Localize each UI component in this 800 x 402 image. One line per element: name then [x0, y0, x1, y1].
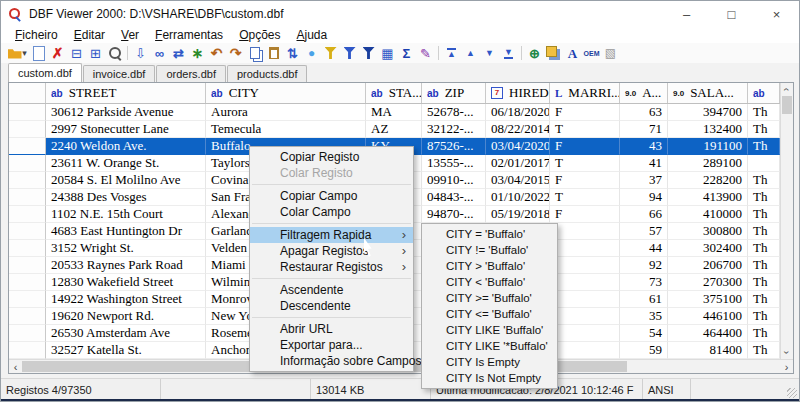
grid-cell[interactable]: T [550, 121, 620, 138]
grid-cell[interactable]: Th [748, 206, 780, 223]
tab-products-dbf[interactable]: products.dbf [227, 65, 308, 82]
grid-cell[interactable]: 81400 [668, 342, 748, 359]
grid-cell[interactable]: Th [748, 342, 780, 359]
row-selector[interactable] [9, 172, 46, 189]
row-selector[interactable] [9, 206, 46, 223]
structure-icon[interactable]: ⊞ [86, 44, 105, 62]
grid-cell[interactable]: Th [748, 325, 780, 342]
row-selector[interactable] [9, 342, 46, 359]
menubar-item-ficheiro[interactable]: Ficheiro [7, 28, 66, 42]
row-selector[interactable] [9, 121, 46, 138]
row-selector[interactable] [9, 189, 46, 206]
grid-cell[interactable]: 300800 [668, 223, 748, 240]
layers-icon[interactable] [544, 44, 563, 62]
grid-cell[interactable]: Th [748, 121, 780, 138]
resize-grip-icon[interactable] [787, 388, 797, 398]
context-menu-item-field-info[interactable]: Informação sobre Campos [250, 353, 413, 369]
column-header-salary[interactable]: 9.0SALA... [668, 83, 748, 103]
column-header-street[interactable]: abSTREET [46, 83, 206, 103]
grid-cell[interactable]: 4683 East Huntington Dr [46, 223, 206, 240]
grid-cell[interactable]: Th [748, 104, 780, 121]
row-selector[interactable] [9, 240, 46, 257]
nav-next-icon[interactable]: ▼ [480, 44, 499, 62]
grid-cell[interactable]: 43 [620, 138, 668, 155]
grid-cell[interactable]: 32122-... [422, 121, 486, 138]
tab-invoice-dbf[interactable]: invoice.dbf [83, 65, 156, 82]
grid-cell[interactable]: 2240 Weldon Ave. [46, 138, 206, 155]
column-header-th[interactable]: ab [748, 83, 780, 103]
grid-cell[interactable]: Th [748, 138, 780, 155]
table-row[interactable]: 2997 Stonecutter LaneTemeculaAZ32122-...… [9, 121, 780, 138]
grid-cell[interactable]: Th [748, 291, 780, 308]
grid-cell[interactable]: 2997 Stonecutter Lane [46, 121, 206, 138]
grid-cell[interactable] [550, 240, 620, 257]
redo-icon[interactable]: ↷ [226, 44, 245, 62]
expression-icon[interactable]: ∗ [188, 44, 207, 62]
context-menu-item-copy-record[interactable]: Copiar Registo [250, 149, 413, 165]
grid-cell[interactable]: 3152 Wright St. [46, 240, 206, 257]
grid-cell[interactable]: 44 [620, 240, 668, 257]
grid-cell[interactable]: 02/01/2017 [486, 155, 550, 172]
grid-cell[interactable]: 270300 [668, 274, 748, 291]
grid-cell[interactable]: 87526-... [422, 138, 486, 155]
context-menu-item-restore-records[interactable]: Restaurar Registos› [250, 259, 413, 275]
grid-cell[interactable]: 03/04/2015 [486, 172, 550, 189]
tab-custom-dbf[interactable]: custom.dbf [8, 63, 82, 82]
grid-cell[interactable]: 59 [620, 342, 668, 359]
row-selector[interactable] [9, 138, 46, 155]
grid-cell[interactable] [550, 257, 620, 274]
grid-cell[interactable]: 20584 S. El Molilno Ave [46, 172, 206, 189]
row-selector[interactable] [9, 155, 46, 172]
grid-cell[interactable]: 20533 Raynes Park Road [46, 257, 206, 274]
nav-first-icon[interactable]: ▲ [442, 44, 461, 62]
column-header-hired[interactable]: 7HIRED... [486, 83, 550, 103]
grid-cell[interactable]: MA [366, 104, 422, 121]
context-menu-item-quick-filter[interactable]: Filtragem Rapida› [250, 227, 413, 243]
grid-cell[interactable] [550, 291, 620, 308]
filter-clear-icon[interactable] [321, 44, 340, 62]
row-selector[interactable] [9, 325, 46, 342]
grid-cell[interactable]: 61 [620, 291, 668, 308]
grid-cell[interactable]: Th [748, 189, 780, 206]
grid-cell[interactable]: 375100 [668, 291, 748, 308]
grid-cell[interactable]: 132400 [668, 121, 748, 138]
grid-cell[interactable]: 191100 [668, 138, 748, 155]
grid-cell[interactable] [550, 325, 620, 342]
grid-cell[interactable]: 03/04/2020 [486, 138, 550, 155]
grid-cell[interactable]: 12830 Wakefield Street [46, 274, 206, 291]
font-icon[interactable]: A [563, 44, 582, 62]
nav-prev-icon[interactable]: ▲ [461, 44, 480, 62]
grid-cell[interactable]: Th [748, 257, 780, 274]
column-header-state[interactable]: abSTA... [366, 83, 422, 103]
grid-view-icon[interactable]: ▦ [378, 44, 397, 62]
grid-cell[interactable]: 01/10/2022 [486, 189, 550, 206]
table-row[interactable]: 30612 Parkside AvenueAuroraMA52678-...06… [9, 104, 780, 121]
grid-cell[interactable]: 13555-... [422, 155, 486, 172]
grid-cell[interactable]: 24388 Des Vosges [46, 189, 206, 206]
grid-cell[interactable] [550, 342, 620, 359]
new-file-icon[interactable] [29, 44, 48, 62]
grid-cell[interactable]: 37 [620, 172, 668, 189]
edit-record-icon[interactable]: ⊟ [67, 44, 86, 62]
grid-cell[interactable]: 08/22/2014 [486, 121, 550, 138]
context-menu-item-export-to[interactable]: Exportar para... [250, 337, 413, 353]
encoding-icon[interactable]: ⊕ [525, 44, 544, 62]
grid-cell[interactable] [550, 308, 620, 325]
grid-cell[interactable]: 35 [620, 308, 668, 325]
submenu-item-like-wild[interactable]: CITY LIKE '*Buffalo' [422, 338, 557, 354]
grid-cell[interactable]: 394700 [668, 104, 748, 121]
grid-cell[interactable]: T [550, 155, 620, 172]
row-selector[interactable] [9, 104, 46, 121]
grid-cell[interactable]: 92 [620, 257, 668, 274]
grid-cell[interactable] [748, 155, 780, 172]
maximize-button[interactable]: □ [709, 1, 754, 27]
nav-last-icon[interactable]: ▼ [499, 44, 518, 62]
grid-cell[interactable]: 41 [620, 155, 668, 172]
column-header-married[interactable]: LMARRI... [550, 83, 620, 103]
delete-record-icon[interactable]: ✗ [48, 44, 67, 62]
grid-cell[interactable]: 446100 [668, 308, 748, 325]
grid-cell[interactable]: 228200 [668, 172, 748, 189]
grid-cell[interactable]: 410000 [668, 206, 748, 223]
grid-cell[interactable]: 30612 Parkside Avenue [46, 104, 206, 121]
replace-icon[interactable]: ⇄ [169, 44, 188, 62]
